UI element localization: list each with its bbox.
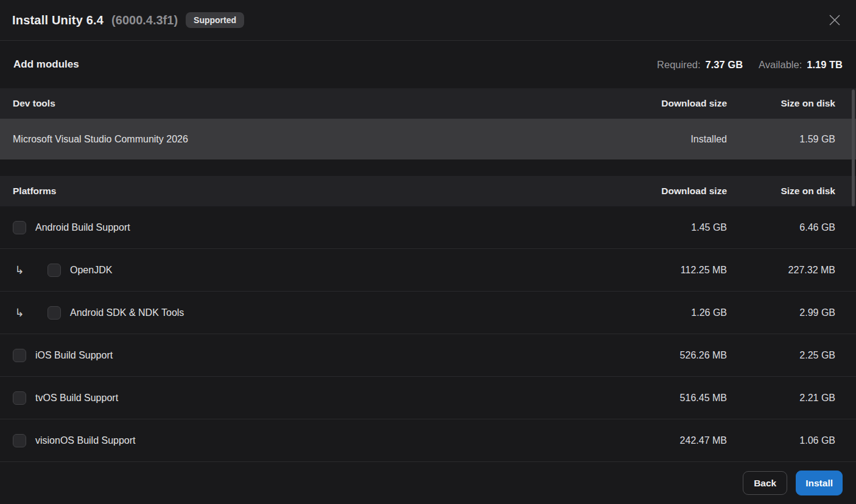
dialog-titlebar: Install Unity 6.4 (6000.4.3f1) Supported <box>0 0 856 41</box>
close-button[interactable] <box>826 11 844 29</box>
supported-badge: Supported <box>186 12 244 29</box>
module-checkbox[interactable] <box>47 264 61 277</box>
table-row[interactable]: ↳OpenJDK112.25 MB227.32 MB <box>0 249 856 292</box>
column-header-download-size: Download size <box>636 186 727 197</box>
section-dev-tools: Dev toolsDownload sizeSize on diskMicros… <box>0 88 856 159</box>
disk-summary: Required: 7.37 GB Available: 1.19 TB <box>657 59 843 71</box>
module-download-size: Installed <box>636 134 727 145</box>
module-download-size: 1.26 GB <box>636 307 727 318</box>
required-label: Required: <box>657 59 701 71</box>
dialog-title: Install Unity 6.4 <box>12 13 103 27</box>
summary-bar: Add modules Required: 7.37 GB Available:… <box>0 41 856 88</box>
table-row[interactable]: ↳Android SDK & NDK Tools1.26 GB2.99 GB <box>0 292 856 334</box>
module-download-size: 112.25 MB <box>636 265 727 276</box>
required-summary: Required: 7.37 GB <box>657 59 743 71</box>
sub-item-arrow-icon: ↳ <box>13 307 26 318</box>
module-size-on-disk: 1.06 GB <box>750 435 835 446</box>
dialog-version: (6000.4.3f1) <box>111 13 178 27</box>
sub-item-arrow-icon: ↳ <box>13 265 26 276</box>
module-download-size: 516.45 MB <box>636 393 727 404</box>
section-title-platforms: Platforms <box>13 186 636 197</box>
module-label: Microsoft Visual Studio Community 2026 <box>13 134 636 145</box>
module-checkbox[interactable] <box>47 306 61 320</box>
module-size-on-disk: 6.46 GB <box>750 222 835 233</box>
column-header-size-on-disk: Size on disk <box>750 98 835 109</box>
module-label: tvOS Build Support <box>35 393 636 404</box>
section-header-dev-tools: Dev toolsDownload sizeSize on disk <box>0 88 856 119</box>
table-row[interactable]: tvOS Build Support516.45 MB2.21 GB <box>0 377 856 419</box>
back-button[interactable]: Back <box>743 471 787 495</box>
module-label: OpenJDK <box>70 265 636 276</box>
available-label: Available: <box>759 59 802 71</box>
module-checkbox[interactable] <box>13 349 26 362</box>
section-header-platforms: PlatformsDownload sizeSize on disk <box>0 176 856 206</box>
section-platforms: PlatformsDownload sizeSize on diskAndroi… <box>0 176 856 462</box>
module-label: Android Build Support <box>35 222 636 233</box>
module-size-on-disk: 2.25 GB <box>750 350 835 361</box>
install-unity-dialog: Install Unity 6.4 (6000.4.3f1) Supported… <box>0 0 856 504</box>
available-value: 1.19 TB <box>807 59 843 71</box>
module-download-size: 1.45 GB <box>636 222 727 233</box>
available-summary: Available: 1.19 TB <box>759 59 843 71</box>
table-row[interactable]: iOS Build Support526.26 MB2.25 GB <box>0 334 856 377</box>
module-size-on-disk: 1.59 GB <box>750 134 835 145</box>
table-row[interactable]: Microsoft Visual Studio Community 2026In… <box>0 119 856 159</box>
module-label: Android SDK & NDK Tools <box>70 307 636 318</box>
module-download-size: 242.47 MB <box>636 435 727 446</box>
module-checkbox[interactable] <box>13 221 26 234</box>
column-header-size-on-disk: Size on disk <box>750 186 835 197</box>
module-download-size: 526.26 MB <box>636 350 727 361</box>
module-size-on-disk: 2.99 GB <box>750 307 835 318</box>
required-value: 7.37 GB <box>706 59 743 71</box>
module-checkbox[interactable] <box>13 391 26 405</box>
page-title: Add modules <box>13 58 79 71</box>
table-row[interactable]: visionOS Build Support242.47 MB1.06 GB <box>0 419 856 462</box>
module-size-on-disk: 2.21 GB <box>750 393 835 404</box>
module-label: iOS Build Support <box>35 350 636 361</box>
module-sections: Dev toolsDownload sizeSize on diskMicros… <box>0 88 856 462</box>
module-checkbox[interactable] <box>13 434 26 447</box>
table-row[interactable]: Android Build Support1.45 GB6.46 GB <box>0 206 856 249</box>
module-size-on-disk: 227.32 MB <box>750 265 835 276</box>
close-icon <box>828 13 841 27</box>
section-title-dev-tools: Dev tools <box>13 98 636 109</box>
column-header-download-size: Download size <box>636 98 727 109</box>
install-button[interactable]: Install <box>796 471 843 495</box>
scrollbar[interactable] <box>852 89 855 206</box>
module-label: visionOS Build Support <box>35 435 636 446</box>
dialog-footer: Back Install <box>0 462 856 504</box>
